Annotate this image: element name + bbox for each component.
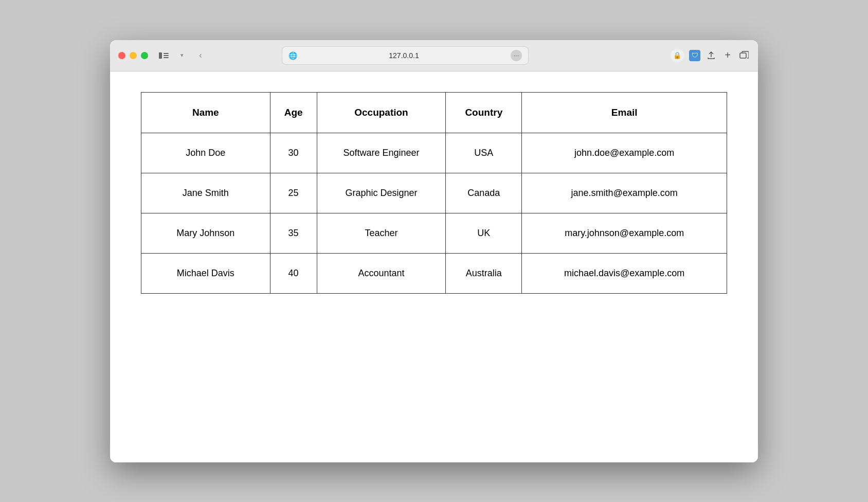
windows-icon[interactable] [738, 50, 750, 61]
cell-email: michael.davis@example.com [522, 253, 727, 293]
cell-country: UK [446, 213, 522, 253]
header-country: Country [446, 92, 522, 133]
browser-controls: ▾ ‹ [156, 50, 208, 61]
cell-name: John Doe [141, 133, 270, 173]
cell-email: mary.johnson@example.com [522, 213, 727, 253]
header-email: Email [522, 92, 727, 133]
header-age: Age [270, 92, 317, 133]
maximize-button[interactable] [141, 52, 148, 59]
browser-actions: 🔒 🛡 + [671, 49, 750, 62]
cell-occupation: Graphic Designer [317, 173, 446, 213]
browser-window: ▾ ‹ 🌐 127.0.0.1 ··· 🔒 🛡 + [110, 40, 758, 462]
sidebar-toggle[interactable] [156, 50, 171, 61]
table-row: John Doe30Software EngineerUSAjohn.doe@e… [141, 133, 727, 173]
cell-country: Canada [446, 173, 522, 213]
cell-age: 35 [270, 213, 317, 253]
cell-email: jane.smith@example.com [522, 173, 727, 213]
back-button[interactable]: ‹ [193, 50, 208, 61]
header-occupation: Occupation [317, 92, 446, 133]
browser-chrome: ▾ ‹ 🌐 127.0.0.1 ··· 🔒 🛡 + [110, 40, 758, 71]
cell-email: john.doe@example.com [522, 133, 727, 173]
globe-icon: 🌐 [288, 51, 297, 60]
close-button[interactable] [118, 52, 125, 59]
header-name: Name [141, 92, 270, 133]
address-bar[interactable]: 🌐 127.0.0.1 ··· [282, 46, 529, 65]
shield-icon[interactable]: 🛡 [689, 50, 700, 61]
cell-age: 40 [270, 253, 317, 293]
cell-age: 30 [270, 133, 317, 173]
cell-occupation: Software Engineer [317, 133, 446, 173]
cell-occupation: Teacher [317, 213, 446, 253]
share-icon[interactable] [706, 50, 717, 61]
url-display: 127.0.0.1 [301, 51, 507, 60]
table-row: Mary Johnson35TeacherUKmary.johnson@exam… [141, 213, 727, 253]
browser-content: Name Age Occupation Country Email John D… [110, 71, 758, 462]
cell-country: Australia [446, 253, 522, 293]
cell-name: Mary Johnson [141, 213, 270, 253]
cell-country: USA [446, 133, 522, 173]
table-row: Michael Davis40AccountantAustraliamichae… [141, 253, 727, 293]
cell-name: Michael Davis [141, 253, 270, 293]
svg-rect-0 [740, 53, 746, 58]
new-tab-icon[interactable]: + [722, 50, 733, 61]
more-options-button[interactable]: ··· [511, 50, 522, 61]
cell-age: 25 [270, 173, 317, 213]
chevron-down-icon[interactable]: ▾ [175, 50, 189, 61]
traffic-lights [118, 52, 148, 59]
minimize-button[interactable] [130, 52, 137, 59]
data-table: Name Age Occupation Country Email John D… [141, 92, 727, 294]
cell-name: Jane Smith [141, 173, 270, 213]
table-header-row: Name Age Occupation Country Email [141, 92, 727, 133]
table-row: Jane Smith25Graphic DesignerCanadajane.s… [141, 173, 727, 213]
cell-occupation: Accountant [317, 253, 446, 293]
ellipsis-icon: ··· [514, 52, 519, 59]
lock-icon[interactable]: 🔒 [671, 49, 684, 62]
